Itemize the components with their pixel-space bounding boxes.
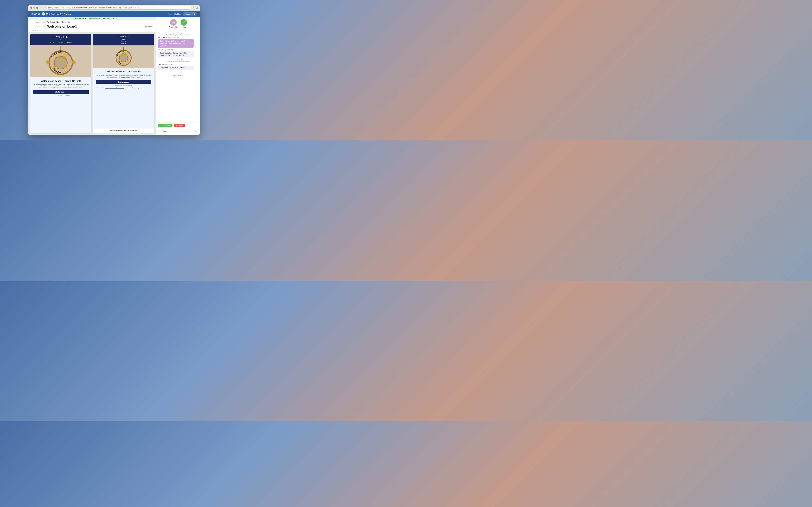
lena-bubble-1: Could you reduce the line height of the … [158,51,194,57]
url-bar[interactable]: my.maildesigner365.com/approval/e2ec08ee… [47,6,191,10]
promo-code-desktop: USE CODE: WELCOMETEN [33,95,89,96]
inbox-snippet-label: INBOX SNIPPET [31,30,46,32]
back-icon: ‹ [31,13,32,15]
svg-text:01: 01 [120,60,121,61]
decline-x-icon: ✕ [176,125,177,127]
subject-label: SUBJECT LINE [31,26,46,27]
app-title: Mail Designer 365 Approval [46,13,72,15]
approve-check-icon: ✓ [160,125,161,127]
email-desktop-nav: NAVIGATE 1999 ABOUT STORE BLOG [31,34,91,45]
start-shopping-button-mobile[interactable]: Start shopping [96,80,152,84]
system-message-1: 6 minutes ago Grace Müller uploaded a ne… [158,32,198,36]
sidebar-icon: ⊡ [196,6,198,9]
promo-code-mobile: USE CODE: WELCOMETEN [96,85,152,86]
system-message-2: 2 minutes ago Grace Müller uploaded a ne… [158,59,198,62]
system-msg-time-3: a minute ago [158,71,198,73]
design-name-label: DESIGN NAME [31,21,46,23]
close-button[interactable] [31,7,32,9]
lena-bubble-2: Looks great and really fits the brief! [158,66,194,70]
svg-text:01: 01 [55,66,57,68]
start-shopping-button-desktop[interactable]: Start shopping [33,90,89,94]
upload-banner: LAST UPLOAD: TODAY AT 5:53 PM BY GRACE M… [29,17,156,20]
life-ring-graphic-desktop: WELCOME BOARD 01 [45,45,77,77]
app-logo: M Mail Designer 365 Approval [42,12,72,15]
email-nav-links-desktop: ABOUT STORE BLOG [50,42,71,43]
nav-gate-text: G [60,36,62,38]
app-logo-icon: M [42,12,45,15]
checkmark-icon: ✓ [183,20,185,24]
avatar-lena-check: ✓ [181,19,187,25]
subject-line-row: SUBJECT LINE Welcome on board! plain tex… [29,24,156,29]
update-link-mobile[interactable]: update your account preferences [105,87,124,89]
people-button[interactable]: 2 people + ☰ [183,12,197,16]
avatar-grace: GM [170,19,177,25]
sender-grace-1: Grace MüllerToday at 5:50 PM [158,37,198,39]
maximize-button[interactable] [36,7,38,9]
header-right: Team equinux 2 people + ☰ [167,12,197,16]
nav-link-blog: BLOG [67,42,71,43]
chat-message-lena-1: LenaToday at 5:52 PM Could you reduce th… [158,49,198,57]
people-count-label: 2 people [185,13,191,15]
hero-background: WELCOME BOARD 01 [31,45,91,77]
mobile-nav-blog: BLOG [121,43,126,44]
life-ring-graphic-mobile: WELCOME BOARD 01 01 [113,46,134,67]
decline-button[interactable]: ✕ Decline [174,124,185,127]
minimize-button[interactable] [33,7,35,9]
inbox-snippet-row: INBOX SNIPPET [29,29,156,32]
svg-text:01: 01 [126,60,127,61]
email-body-desktop: Welcome on board — here's 10% off! Thank… [31,77,91,133]
main-window: ‹ › my.maildesigner365.com/approval/e2ec… [29,5,200,135]
team-label: Team [167,13,172,15]
chat-users-panel: GM Grace Müller ✓ Lena [156,17,200,30]
nav-link-about: ABOUT [50,42,55,43]
email-headline-desktop: Welcome on board — here's 10% off! [33,79,89,82]
sender-lena-2: LenaToday at 5:53 PM [158,64,198,65]
email-logo-desktop: NAVIGATE [54,36,68,39]
plain-text-badge[interactable]: plain text [144,25,153,28]
email-headline-mobile: Welcome on board — here's 10% off! [96,70,152,73]
nav-buttons: ‹ › [40,6,45,9]
email-logo-mobile: NAVIGATE [118,36,129,37]
mobile-email-preview: NAVIGATE ABOUT STORE BLOG [93,34,154,133]
sender-lena-1: LenaToday at 5:52 PM [158,49,198,51]
approve-button[interactable]: ✓ ✓ Approved [158,124,172,127]
traffic-lights [31,7,38,9]
chat-panel: GM Grace Müller ✓ Lena 6 minutes ago Gra… [156,17,200,135]
lena-msg-time-2: Today at 5:53 PM [162,64,173,65]
titlebar: ‹ › my.maildesigner365.com/approval/e2ec… [29,5,200,11]
message-input-row[interactable]: ➤ [158,129,198,133]
approved-message: Lena approved [158,74,198,76]
url-text: my.maildesigner365.com/approval/e2ec08ee… [48,7,142,9]
email-body-text-mobile: Thanks for signing up. We're so happy yo… [96,74,152,78]
back-nav-button[interactable]: ‹ [40,6,42,9]
show-all-button[interactable]: ‹ Show all [31,13,40,15]
decline-label: Decline [177,125,183,127]
email-hero-mobile: WELCOME BOARD 01 01 [93,46,154,68]
chat-user-lena: ✓ Lena [181,19,187,28]
app-header: ‹ Show all M Mail Designer 365 Approval … [29,11,200,17]
forward-nav-button[interactable]: › [43,6,45,9]
desktop-email-preview: NAVIGATE 1999 ABOUT STORE BLOG [31,34,91,133]
add-person-icon: + [192,13,193,15]
design-name-row: DESIGN NAME Welcome_New_Customer [29,20,156,24]
team-name: equinux [173,13,181,15]
email-hero-desktop: WELCOME BOARD 01 [31,45,91,77]
email-body-text-desktop: Thanks for signing up. We're so happy yo… [33,84,89,88]
approve-label: ✓ Approved [162,125,170,127]
nav-logo-text: NAVI [54,36,60,38]
system-msg-text-1: Grace Müller uploaded a new version [166,34,190,36]
email-panel: LAST UPLOAD: TODAY AT 5:53 PM BY GRACE M… [29,17,156,135]
svg-text:01: 01 [65,66,66,68]
share-icon: ⬆ [193,6,195,9]
message-input[interactable] [159,130,194,132]
mobile-nav-store: STORE [121,41,126,42]
system-msg-time-1: 6 minutes ago [158,32,198,34]
system-msg-time-2: 2 minutes ago [158,59,198,60]
send-button[interactable]: ➤ [194,129,196,132]
user-name-grace: Grace Müller [169,26,178,28]
chat-message-lena-2: LenaToday at 5:53 PM Looks great and rea… [158,64,198,70]
lena-msg-time-1: Today at 5:52 PM [162,49,173,51]
grace-msg-time-1: Today at 5:50 PM [167,37,179,39]
window-controls: ⬆ ⊡ [193,6,198,9]
more-ways-section-mobile: More ways to keep up to date with us: [93,128,154,133]
